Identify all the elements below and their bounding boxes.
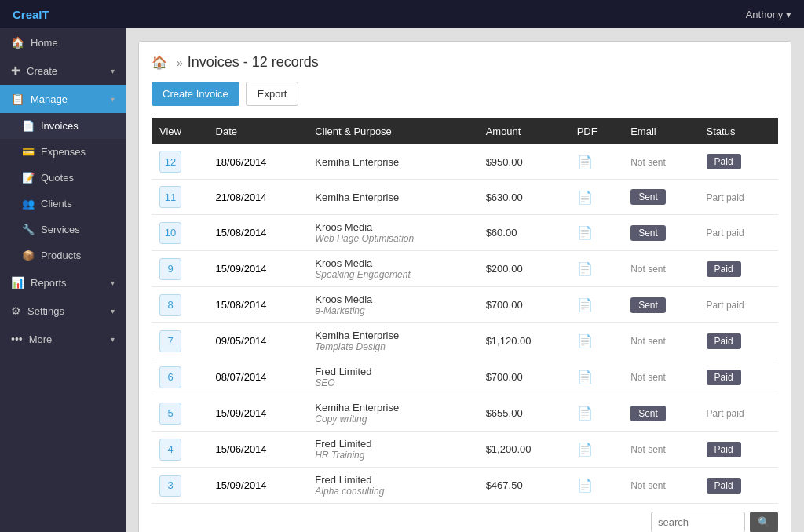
view-badge[interactable]: 6 [159, 366, 181, 388]
cell-pdf: 📄 [569, 395, 623, 432]
pdf-icon[interactable]: 📄 [577, 155, 593, 169]
view-badge[interactable]: 10 [159, 222, 181, 244]
sidebar-item-more[interactable]: ••• More ▾ [0, 325, 126, 353]
client-name: Kemiha Enterprise [315, 330, 470, 341]
pdf-icon[interactable]: 📄 [577, 443, 593, 456]
status-badge: Paid [707, 478, 741, 494]
content-card: 🏠 » Invoices - 12 records Create Invoice… [138, 41, 791, 532]
cell-client: Fred LimitedSEO [307, 359, 477, 395]
sidebar-label-quotes: Quotes [41, 172, 74, 184]
pdf-icon[interactable]: 📄 [577, 191, 593, 204]
sidebar-label-invoices: Invoices [41, 120, 79, 132]
reports-icon: 📊 [11, 276, 24, 289]
view-badge[interactable]: 11 [159, 186, 181, 208]
sidebar-item-clients[interactable]: 👥 Clients [0, 191, 126, 217]
sidebar-label-products: Products [41, 250, 81, 261]
client-name: Kemiha Enterprise [315, 156, 470, 168]
chevron-down-icon: ▾ [111, 67, 115, 75]
cell-view: 12 [152, 144, 208, 180]
email-badge: Not sent [630, 480, 666, 491]
cell-status: Paid [699, 432, 778, 468]
cell-view: 4 [152, 432, 208, 468]
breadcrumb-home-icon[interactable]: 🏠 [152, 55, 167, 70]
table-row: 415/06/2014Fred LimitedHR Training$1,200… [152, 432, 778, 468]
sidebar-item-invoices[interactable]: 📄 Invoices [0, 113, 126, 139]
pdf-icon[interactable]: 📄 [577, 334, 593, 348]
cell-client: Kroos MediaSpeaking Engagement [307, 251, 477, 287]
cell-email: Sent [623, 180, 698, 215]
cell-client: Fred LimitedHR Training [307, 432, 477, 468]
breadcrumb-separator: » [177, 56, 183, 69]
pdf-icon[interactable]: 📄 [577, 370, 593, 384]
client-name: Fred Limited [315, 366, 470, 377]
view-badge[interactable]: 7 [159, 330, 181, 352]
cell-pdf: 📄 [569, 287, 623, 323]
email-badge[interactable]: Sent [630, 297, 666, 313]
table-row: 515/09/2014Kemiha EnterpriseCopy writing… [152, 395, 778, 432]
sidebar-item-expenses[interactable]: 💳 Expenses [0, 139, 126, 165]
table-row: 1015/08/2014Kroos MediaWeb Page Optimisa… [152, 215, 778, 251]
cell-date: 15/09/2014 [208, 468, 308, 504]
sidebar-item-home[interactable]: 🏠 Home [0, 28, 126, 56]
cell-view: 3 [152, 468, 208, 504]
table-row: 1121/08/2014Kemiha Enterprise$630.00📄Sen… [152, 180, 778, 215]
client-name: Kroos Media [315, 221, 470, 233]
email-badge[interactable]: Sent [630, 189, 666, 205]
pdf-icon[interactable]: 📄 [577, 479, 593, 492]
cell-amount: $60.00 [478, 215, 569, 251]
search-input[interactable] [651, 512, 745, 532]
cell-pdf: 📄 [569, 432, 623, 468]
products-icon: 📦 [22, 250, 35, 261]
col-email: Email [623, 118, 698, 144]
sidebar-item-create[interactable]: ✚ Create ▾ [0, 56, 126, 85]
cell-client: Kemiha EnterpriseCopy writing [307, 395, 477, 432]
cell-amount: $467.50 [478, 468, 569, 504]
manage-icon: 📋 [11, 93, 24, 105]
view-badge[interactable]: 9 [159, 258, 181, 280]
cell-pdf: 📄 [569, 251, 623, 287]
cell-date: 15/06/2014 [208, 432, 308, 468]
cell-pdf: 📄 [569, 215, 623, 251]
export-button[interactable]: Export [246, 82, 299, 106]
sidebar-item-settings[interactable]: ⚙ Settings ▾ [0, 297, 126, 325]
view-badge[interactable]: 5 [159, 403, 181, 425]
sidebar-item-manage[interactable]: 📋 Manage ▾ [0, 85, 126, 113]
client-name: Kemiha Enterprise [315, 191, 470, 203]
user-menu[interactable]: Anthony [746, 9, 791, 20]
pdf-icon[interactable]: 📄 [577, 226, 593, 239]
cell-email: Sent [623, 287, 698, 323]
search-button[interactable]: 🔍 [750, 512, 778, 532]
sidebar-item-reports[interactable]: 📊 Reports ▾ [0, 268, 126, 297]
sidebar-item-services[interactable]: 🔧 Services [0, 217, 126, 242]
cell-view: 6 [152, 359, 208, 395]
col-status: Status [699, 118, 778, 144]
cell-pdf: 📄 [569, 180, 623, 215]
email-badge[interactable]: Sent [630, 406, 666, 421]
view-badge[interactable]: 8 [159, 294, 181, 316]
create-invoice-button[interactable]: Create Invoice [152, 82, 239, 106]
home-icon: 🏠 [11, 36, 24, 49]
view-badge[interactable]: 12 [159, 151, 181, 173]
sidebar-item-quotes[interactable]: 📝 Quotes [0, 165, 126, 191]
client-purpose: Copy writing [315, 414, 470, 425]
cell-email: Not sent [623, 144, 698, 180]
cell-status: Paid [699, 251, 778, 287]
cell-amount: $1,120.00 [478, 323, 569, 359]
pdf-icon[interactable]: 📄 [577, 406, 593, 420]
cell-date: 08/07/2014 [208, 359, 308, 395]
client-purpose: e-Marketing [315, 305, 470, 316]
col-client: Client & Purpose [307, 118, 477, 144]
cell-amount: $1,200.00 [478, 432, 569, 468]
status-badge: Paid [707, 333, 741, 349]
invoices-table: View Date Client & Purpose Amount PDF Em… [152, 118, 778, 504]
search-row: 🔍 [152, 512, 778, 532]
email-badge[interactable]: Sent [630, 225, 666, 241]
pdf-icon[interactable]: 📄 [577, 262, 593, 275]
cell-view: 10 [152, 215, 208, 251]
pdf-icon[interactable]: 📄 [577, 298, 593, 312]
main-content: 🏠 » Invoices - 12 records Create Invoice… [126, 28, 804, 532]
view-badge[interactable]: 4 [159, 439, 181, 461]
sidebar-item-products[interactable]: 📦 Products [0, 242, 126, 268]
view-badge[interactable]: 3 [159, 475, 181, 497]
sidebar-label-reports: Reports [31, 277, 67, 289]
